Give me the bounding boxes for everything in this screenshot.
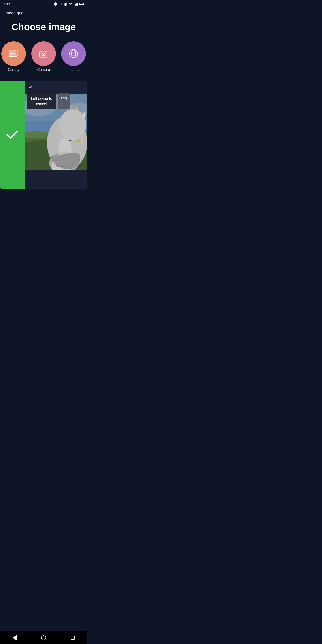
back-arrows-button[interactable]: « — [29, 84, 32, 90]
camera-circle — [31, 41, 56, 66]
status-time: 5:49 — [4, 2, 10, 6]
gallery-label: Gallery — [8, 68, 20, 72]
hint-right: Rig — [58, 93, 70, 109]
status-bar: 5:49 — [0, 0, 87, 8]
status-icons — [54, 2, 84, 6]
sd-card-icon — [64, 2, 67, 6]
camera-icon — [38, 48, 49, 59]
globe-icon — [68, 48, 79, 59]
source-options: Gallery Camera Internet — [0, 39, 87, 81]
checkmark-icon — [6, 128, 19, 141]
internet-button[interactable]: Internet — [61, 41, 86, 72]
hint-overlay: Left swipe tocancel Rig — [27, 93, 70, 109]
signal-icon — [74, 2, 78, 6]
image-selection-area: « Left swipe tocancel Rig — [0, 81, 87, 188]
svg-rect-3 — [10, 56, 17, 57]
svg-rect-1 — [10, 51, 16, 56]
image-panel-header: « — [24, 81, 87, 94]
svg-point-7 — [72, 50, 76, 58]
image-panel: « Left swipe tocancel Rig — [24, 81, 87, 188]
font-icon — [59, 2, 62, 6]
camera-button[interactable]: Camera — [31, 41, 56, 72]
wifi-icon — [68, 2, 72, 6]
svg-point-2 — [11, 52, 12, 53]
internet-label: Internet — [68, 68, 80, 72]
app-title: Image grid — [4, 11, 24, 15]
confirm-panel[interactable] — [0, 81, 24, 188]
image-panel-footer — [24, 170, 87, 188]
gallery-button[interactable]: Gallery — [1, 41, 26, 72]
internet-circle — [61, 41, 86, 66]
settings-icon — [54, 2, 58, 6]
svg-point-5 — [43, 54, 44, 55]
hint-left: Left swipe tocancel — [27, 93, 56, 109]
gallery-circle — [1, 41, 26, 66]
app-header: Image grid — [0, 8, 87, 17]
camera-label: Camera — [37, 68, 50, 72]
battery-icon — [79, 3, 84, 5]
main-title: Choose image — [0, 17, 87, 39]
svg-point-6 — [70, 50, 78, 58]
gallery-icon — [8, 48, 19, 59]
